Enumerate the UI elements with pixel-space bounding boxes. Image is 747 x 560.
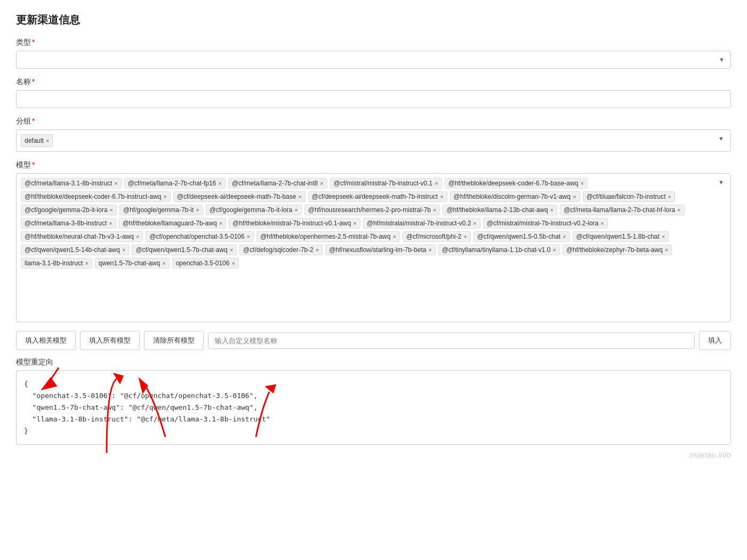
model-tag[interactable]: @cf/meta-llama/llama-2-7b-chat-hf-lora × xyxy=(560,205,684,215)
model-tag[interactable]: @hf/thebloke/openhermes-2.5-mistral-7b-a… xyxy=(256,231,400,242)
model-tag[interactable]: @cf/qwen/qwen1.5-7b-chat-awq × xyxy=(132,245,237,255)
models-field-group: 模型* @cf/meta/llama-3.1-8b-instruct ×@cf/… xyxy=(16,160,731,322)
model-tag-close[interactable]: × xyxy=(162,261,165,266)
model-tag[interactable]: @cf/meta/llama-2-7b-chat-int8 × xyxy=(228,178,327,189)
model-tag[interactable]: @cf/meta/llama-3-8b-instruct × xyxy=(21,218,116,229)
model-tag[interactable]: @cf/mistral/mistral-7b-instruct-v0.1 × xyxy=(330,178,442,189)
model-tag[interactable]: @cf/meta/llama-3.1-8b-instruct × xyxy=(21,178,122,189)
action-buttons-row: 填入相关模型 填入所有模型 清除所有模型 填入 xyxy=(16,331,731,350)
model-tag[interactable]: @hf/thebloke/deepseek-coder-6.7b-base-aw… xyxy=(445,178,588,189)
model-mapping-json[interactable]: { "openchat-3.5-0106": "@cf/openchat/ope… xyxy=(16,370,731,445)
group-tag-default[interactable]: default × xyxy=(21,134,53,147)
model-tag[interactable]: @hf/thebloke/deepseek-coder-6.7b-instruc… xyxy=(21,191,171,202)
group-tag-default-close[interactable]: × xyxy=(46,138,49,144)
model-tag-close[interactable]: × xyxy=(677,207,680,213)
model-tag[interactable]: @hf/thebloke/llama-2-13b-chat-awq × xyxy=(443,205,557,215)
model-tag[interactable]: @hf/nousresearch/hermes-2-pro-mistral-7b… xyxy=(304,205,440,215)
model-tag[interactable]: @hf/thebloke/zephyr-7b-beta-awq × xyxy=(563,245,672,255)
model-tag[interactable]: @cf/tinyllama/tinyllama-1.1b-chat-v1.0 × xyxy=(438,245,560,255)
type-select-wrapper[interactable]: Cloudflare xyxy=(16,51,731,69)
group-tags-container[interactable]: default × xyxy=(16,129,731,152)
model-tag[interactable]: @cf/defog/sqlcoder-7b-2 × xyxy=(239,245,323,255)
models-tags-container[interactable]: @cf/meta/llama-3.1-8b-instruct ×@cf/meta… xyxy=(16,173,731,322)
model-tag-close[interactable]: × xyxy=(219,221,222,226)
model-tag-close[interactable]: × xyxy=(580,181,583,186)
model-tag-close[interactable]: × xyxy=(550,207,553,213)
name-field-group: 名称* CF xyxy=(16,77,731,108)
model-tag[interactable]: @cf/microsoft/phi-2 × xyxy=(403,231,471,242)
model-tag[interactable]: @cf/qwen/qwen1.5-1.8b-chat × xyxy=(573,231,669,242)
model-tag-close[interactable]: × xyxy=(353,221,356,226)
model-tag-close[interactable]: × xyxy=(109,221,112,226)
fill-custom-button[interactable]: 填入 xyxy=(699,331,731,350)
model-tag[interactable]: @cf/google/gemma-2b-it-lora × xyxy=(21,205,117,215)
model-tag-close[interactable]: × xyxy=(196,207,199,213)
model-tag[interactable]: @cf/qwen/qwen1.5-0.5b-chat × xyxy=(473,231,570,242)
model-tag[interactable]: @cf/tiiuae/falcon-7b-instruct × xyxy=(583,191,675,202)
model-tag-close[interactable]: × xyxy=(428,247,431,253)
model-tag[interactable]: @hf/thebloke/mistral-7b-instruct-v0.1-aw… xyxy=(229,218,360,229)
fill-all-button[interactable]: 填入所有模型 xyxy=(80,331,140,350)
model-tag[interactable]: @cf/openchat/openchat-3.5-0106 × xyxy=(146,231,254,242)
model-tag-close[interactable]: × xyxy=(392,234,396,240)
model-tag-close[interactable]: × xyxy=(316,247,319,253)
model-tag-close[interactable]: × xyxy=(85,261,88,266)
page-title: 更新渠道信息 xyxy=(16,13,731,27)
group-field-group: 分组* default × xyxy=(16,117,731,152)
model-tag-close[interactable]: × xyxy=(665,247,668,253)
model-tag-close[interactable]: × xyxy=(231,261,235,266)
model-tag[interactable]: @cf/mistral/mistral-7b-instruct-v0.2-lor… xyxy=(483,218,608,229)
model-tag[interactable]: @cf/deepseek-ai/deepseek-math-7b-instruc… xyxy=(308,191,447,202)
model-tag[interactable]: @hf/google/gemma-7b-it × xyxy=(119,205,203,215)
type-label: 类型* xyxy=(16,38,731,47)
models-label: 模型* xyxy=(16,160,731,170)
model-tag-close[interactable]: × xyxy=(573,194,576,200)
model-tag-close[interactable]: × xyxy=(600,221,604,226)
model-tag-close[interactable]: × xyxy=(122,247,125,253)
model-mapping-label: 模型重定向 xyxy=(16,358,731,367)
model-tag-close[interactable]: × xyxy=(218,181,221,186)
model-tag-close[interactable]: × xyxy=(668,194,671,200)
model-tag-close[interactable]: × xyxy=(136,234,139,240)
model-tag-close[interactable]: × xyxy=(552,247,556,253)
model-tag[interactable]: @cf/google/gemma-7b-it-lora × xyxy=(206,205,302,215)
model-tag[interactable]: @hf/thebloke/llamaguard-7b-awq × xyxy=(119,218,226,229)
model-tag-close[interactable]: × xyxy=(463,234,467,240)
group-label: 分组* xyxy=(16,117,731,126)
model-tag-close[interactable]: × xyxy=(114,181,117,186)
model-tag-close[interactable]: × xyxy=(163,194,166,200)
model-tag-close[interactable]: × xyxy=(433,207,436,213)
model-tag-close[interactable]: × xyxy=(230,247,233,253)
model-tag-close[interactable]: × xyxy=(440,194,443,200)
model-tag[interactable]: @hf/mistralai/mistral-7b-instruct-v0.2 × xyxy=(363,218,480,229)
model-tag[interactable]: @hf/nexusflow/starling-lm-7b-beta × xyxy=(325,245,436,255)
model-tag-close[interactable]: × xyxy=(662,234,665,240)
type-select[interactable]: Cloudflare xyxy=(16,51,731,69)
model-tag-close[interactable]: × xyxy=(247,234,250,240)
name-input[interactable]: CF xyxy=(16,90,731,108)
custom-model-input[interactable] xyxy=(208,332,695,349)
type-field-group: 类型* Cloudflare xyxy=(16,38,731,69)
name-label: 名称* xyxy=(16,77,731,87)
model-tag[interactable]: @hf/thebloke/neural-chat-7b-v3-1-awq × xyxy=(21,231,143,242)
model-tag-close[interactable]: × xyxy=(298,194,301,200)
model-tag-close[interactable]: × xyxy=(294,207,298,213)
model-tag[interactable]: @cf/qwen/qwen1.5-14b-chat-awq × xyxy=(21,245,129,255)
model-tag[interactable]: llama-3.1-8b-instruct × xyxy=(21,258,92,269)
watermark: mianao.info xyxy=(16,450,731,459)
model-tag[interactable]: @hf/thebloke/discolm-german-7b-v1-awq × xyxy=(450,191,580,202)
model-tag[interactable]: qwen1.5-7b-chat-awq × xyxy=(95,258,170,269)
model-tag-close[interactable]: × xyxy=(435,181,438,186)
model-tag[interactable]: openchat-3.5-0106 × xyxy=(172,258,239,269)
fill-related-button[interactable]: 填入相关模型 xyxy=(16,331,76,350)
model-tag-close[interactable]: × xyxy=(473,221,476,226)
model-tag-close[interactable]: × xyxy=(110,207,113,213)
model-tag-close[interactable]: × xyxy=(563,234,566,240)
model-tag-close[interactable]: × xyxy=(320,181,323,186)
model-tag[interactable]: @cf/deepseek-ai/deepseek-math-7b-base × xyxy=(173,191,306,202)
clear-all-button[interactable]: 清除所有模型 xyxy=(144,331,204,350)
model-tag[interactable]: @cf/meta/llama-2-7b-chat-fp16 × xyxy=(124,178,226,189)
